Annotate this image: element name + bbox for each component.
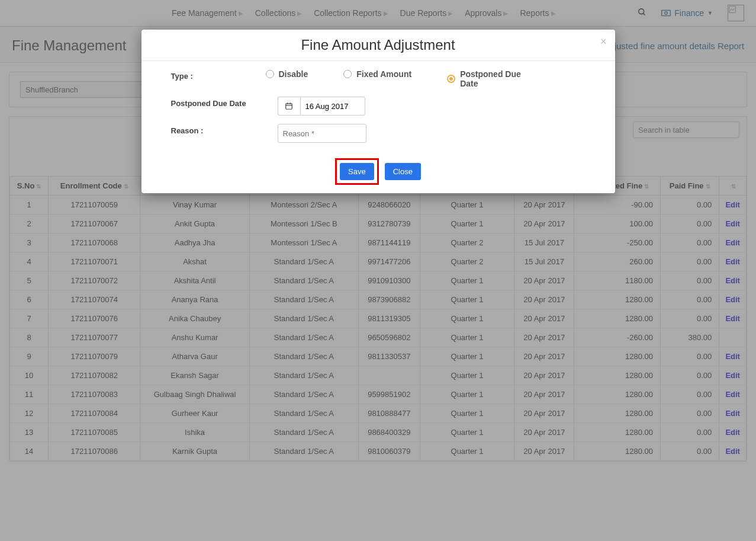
reason-input[interactable]: [278, 124, 366, 143]
close-icon[interactable]: ×: [600, 36, 607, 48]
reason-label: Reason :: [171, 124, 266, 135]
fine-adjustment-modal: Fine Amount Adjustment × Type : Disable …: [141, 30, 615, 193]
radio-fixed-amount[interactable]: Fixed Amount: [343, 69, 411, 79]
close-button[interactable]: Close: [385, 163, 421, 180]
type-label: Type :: [171, 69, 266, 81]
radio-postponed-due-date[interactable]: Postponed Due Date: [447, 69, 537, 88]
save-button-highlight: Save: [335, 158, 379, 185]
postponed-date-input[interactable]: [300, 97, 365, 116]
radio-disable[interactable]: Disable: [266, 69, 308, 79]
svg-rect-5: [286, 104, 292, 109]
save-button[interactable]: Save: [340, 163, 374, 180]
postponed-date-label: Postponed Due Date: [171, 97, 266, 108]
modal-overlay[interactable]: Fine Amount Adjustment × Type : Disable …: [0, 0, 756, 462]
calendar-icon[interactable]: [278, 97, 300, 116]
modal-title: Fine Amount Adjustment: [152, 37, 604, 53]
